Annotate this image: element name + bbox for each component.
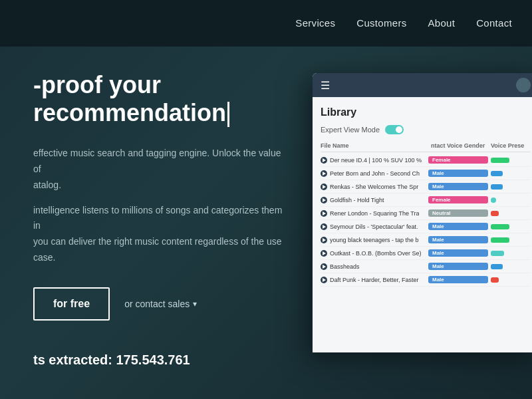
play-button[interactable]	[321, 250, 327, 257]
gender-tag: Male	[428, 236, 488, 243]
table-row: Der neue ID.4 | 100 % SUV 100 % Female	[321, 154, 531, 167]
hero-section: -proof your recommendation effective mus…	[0, 0, 532, 399]
play-button[interactable]	[321, 170, 327, 177]
track-name: young black teenagers - tap the b	[330, 237, 419, 243]
hero-description-1: effective music search and tagging engin…	[33, 146, 286, 193]
nav-link-contact[interactable]: Contact	[476, 17, 512, 29]
hero-title-line1: -proof your	[33, 71, 161, 98]
stat-row: ts extracted: 175.543.761	[33, 352, 286, 368]
gender-tag: Male	[428, 276, 488, 283]
voice-presence-bar	[491, 277, 499, 283]
voice-bar-cell	[491, 171, 531, 176]
voice-presence-bar	[491, 211, 499, 216]
play-button[interactable]	[321, 184, 327, 190]
row-name: Rener London - Squaring The Tra	[321, 210, 426, 217]
row-name: Outkast - B.O.B. (Bombs Over Se)	[321, 250, 426, 257]
mock-body: Library Expert View Mode File Name ntact…	[313, 97, 532, 296]
hero-title: -proof your recommendation	[33, 71, 286, 127]
play-button[interactable]	[321, 237, 327, 243]
row-name: Renkas - She Welcomes The Spr	[321, 184, 426, 190]
voice-bar-cell	[491, 198, 531, 203]
navigation: Services Customers About Contact	[0, 0, 532, 47]
track-name: Der neue ID.4 | 100 % SUV 100 %	[330, 157, 422, 164]
mock-library-title: Library	[321, 106, 531, 118]
table-row: Renkas - She Welcomes The Spr Male	[321, 180, 531, 194]
gender-tag: Male	[428, 249, 488, 257]
hero-desc2-text: intelligence listens to millions of song…	[33, 205, 282, 231]
voice-presence-bar	[491, 224, 509, 229]
voice-presence-bar	[491, 158, 509, 163]
track-name: Goldfish - Hold Tight	[330, 197, 384, 203]
col-presence: Voice Prese	[491, 142, 531, 149]
gender-tag: Female	[428, 196, 488, 203]
table-row: Outkast - B.O.B. (Bombs Over Se) Male	[321, 247, 531, 260]
hero-content: -proof your recommendation effective mus…	[0, 5, 286, 394]
table-row: Rener London - Squaring The Tra Neutral	[321, 207, 531, 220]
nav-item-contact[interactable]: Contact	[476, 17, 512, 29]
hamburger-icon: ☰	[321, 79, 330, 92]
gender-tag: Male	[428, 170, 488, 177]
voice-presence-bar	[491, 171, 503, 176]
voice-bar-cell	[491, 158, 531, 163]
nav-item-about[interactable]: About	[428, 17, 456, 29]
track-name: Outkast - B.O.B. (Bombs Over Se)	[330, 250, 422, 257]
voice-presence-bar	[491, 184, 503, 190]
chevron-down-icon: ▾	[193, 299, 197, 309]
avatar	[516, 78, 531, 92]
gender-tag: Female	[428, 156, 488, 164]
voice-bar-cell	[491, 264, 531, 269]
play-button[interactable]	[321, 263, 327, 270]
play-button[interactable]	[321, 197, 327, 203]
play-button[interactable]	[321, 157, 327, 164]
row-name: Bassheads	[321, 263, 426, 270]
stat-value: 175.543.761	[116, 352, 190, 367]
row-name: Goldfish - Hold Tight	[321, 197, 426, 203]
gender-tag: Neutral	[428, 209, 488, 217]
row-name: Peter Born and John - Second Ch	[321, 170, 426, 177]
dashboard-mockup: ☰ Library Expert View Mode File Name nta…	[313, 73, 532, 352]
nav-link-about[interactable]: About	[428, 17, 456, 29]
gender-tag: Male	[428, 183, 488, 190]
contact-sales-link[interactable]: or contact sales ▾	[124, 299, 197, 309]
gender-tag: Male	[428, 223, 488, 230]
voice-presence-bar	[491, 264, 503, 269]
track-name: Seymour Dils - 'Spectacular' feat.	[330, 223, 418, 230]
expert-mode-label: Expert View Mode	[321, 126, 380, 134]
teal-dot	[491, 198, 496, 203]
mock-topbar: ☰	[313, 73, 532, 97]
table-row: Bassheads Male	[321, 260, 531, 273]
table-row: Seymour Dils - 'Spectacular' feat. Male	[321, 220, 531, 233]
row-name: Der neue ID.4 | 100 % SUV 100 %	[321, 157, 426, 164]
table-row: Daft Punk - Harder, Better, Faster Male	[321, 273, 531, 287]
play-button[interactable]	[321, 223, 327, 230]
nav-link-customers[interactable]: Customers	[356, 17, 406, 29]
nav-link-services[interactable]: Services	[295, 17, 335, 29]
voice-bar-cell	[491, 251, 531, 256]
hero-description-2: intelligence listens to millions of song…	[33, 203, 286, 266]
hero-desc1b-text: atalog.	[33, 180, 61, 190]
col-gender: ntact Voice Gender	[431, 142, 491, 149]
voice-presence-bar	[491, 251, 504, 256]
play-button[interactable]	[321, 210, 327, 217]
nav-item-services[interactable]: Services	[295, 17, 335, 29]
row-name: Seymour Dils - 'Spectacular' feat.	[321, 223, 426, 230]
expert-mode-toggle[interactable]	[385, 125, 404, 134]
try-free-button[interactable]: for free	[33, 287, 110, 321]
gender-tag: Male	[428, 263, 488, 270]
nav-item-customers[interactable]: Customers	[356, 17, 406, 29]
col-filename: File Name	[321, 142, 431, 149]
track-name: Rener London - Squaring The Tra	[330, 210, 419, 217]
voice-bar-cell	[491, 211, 531, 216]
voice-presence-bar	[491, 237, 509, 243]
voice-bar-cell	[491, 184, 531, 190]
hero-cta: for free or contact sales ▾	[33, 287, 286, 321]
table-row: Goldfish - Hold Tight Female	[321, 194, 531, 207]
contact-sales-text: or contact sales	[124, 299, 190, 309]
track-name: Bassheads	[330, 263, 360, 270]
expert-mode-row: Expert View Mode	[321, 125, 531, 134]
row-name: young black teenagers - tap the b	[321, 237, 426, 243]
play-button[interactable]	[321, 277, 327, 283]
table-row: young black teenagers - tap the b Male	[321, 233, 531, 247]
track-name: Daft Punk - Harder, Better, Faster	[330, 277, 419, 283]
stat-label: ts extracted:	[33, 352, 112, 367]
